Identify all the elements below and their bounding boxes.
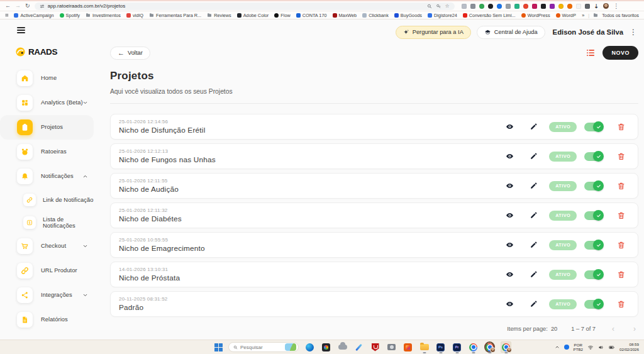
sidebar-item-integracoes[interactable]: Integrações — [0, 283, 97, 307]
ask-ai-button[interactable]: Perguntar para a IA — [396, 26, 471, 39]
sidebar-item-lista-notificacoes[interactable]: $ Lista de Notificações — [0, 211, 97, 234]
taskbar-search[interactable] — [228, 342, 299, 352]
extension-icon[interactable] — [488, 4, 493, 9]
list-view-icon[interactable] — [586, 48, 596, 58]
extension-icon[interactable] — [479, 4, 484, 9]
search-icon[interactable] — [427, 4, 432, 9]
bookmark-item[interactable]: Clickbank — [362, 13, 389, 18]
chrome-profile-icon[interactable] — [484, 341, 495, 353]
hamburger-menu-icon[interactable] — [17, 27, 25, 33]
bookmark-item[interactable]: MaxWeb — [333, 13, 357, 18]
view-button[interactable] — [497, 300, 521, 308]
sidebar-item-link-notificacao[interactable]: Link de Notificação — [0, 189, 97, 211]
edit-button[interactable] — [521, 123, 545, 131]
antivirus-icon[interactable] — [370, 341, 380, 353]
sidebar-item-home[interactable]: Home — [0, 66, 97, 91]
extension-icon[interactable] — [558, 4, 564, 9]
onedrive-icon[interactable] — [337, 341, 348, 353]
bookmark-item[interactable]: Flow — [274, 13, 290, 18]
edit-button[interactable] — [521, 211, 545, 219]
bookmark-item[interactable]: Conversão Sem Limi... — [463, 13, 516, 18]
delete-button[interactable] — [613, 123, 630, 131]
bookmark-item[interactable]: WordPress — [521, 13, 550, 18]
extension-icon[interactable] — [576, 4, 581, 9]
status-toggle[interactable] — [584, 123, 603, 131]
clock[interactable]: 08:59 02/02/2026 — [619, 342, 639, 352]
sidebar-item-notificacoes[interactable]: Notificações — [0, 164, 97, 189]
view-button[interactable] — [497, 241, 521, 249]
sidebar-item-checkout[interactable]: Checkout — [0, 234, 97, 258]
battery-icon[interactable] — [608, 345, 615, 350]
status-toggle[interactable] — [584, 182, 603, 191]
bookmark-item[interactable]: WordPress LP — [556, 13, 577, 18]
bookmark-item[interactable]: Spotify — [60, 13, 80, 18]
extension-icon[interactable] — [462, 4, 467, 9]
media-app-icon[interactable] — [402, 341, 413, 353]
photos-app-icon[interactable] — [321, 341, 331, 353]
all-favorites-label[interactable]: Todos os favoritos — [602, 13, 639, 18]
bookmark-item[interactable]: Digistore24 — [428, 13, 457, 18]
premiere-icon[interactable]: Pr — [452, 341, 462, 353]
apps-grid-icon[interactable] — [5, 13, 8, 18]
delete-button[interactable] — [613, 241, 630, 250]
browser-menu-icon[interactable]: ⋮ — [613, 3, 619, 9]
address-bar[interactable]: app.ratoeiraads.com.br/v2/projetos ☆ — [35, 3, 455, 10]
search-input[interactable] — [240, 345, 277, 350]
status-toggle[interactable] — [584, 270, 603, 279]
previous-page-icon[interactable]: ‹ — [612, 324, 614, 333]
bookmark-item[interactable]: Ferramentas Para R... — [149, 13, 201, 18]
bookmark-item[interactable]: Adobe Color — [237, 13, 269, 18]
status-toggle[interactable] — [584, 211, 603, 220]
view-button[interactable] — [497, 152, 521, 160]
next-page-icon[interactable]: › — [633, 324, 636, 333]
status-toggle[interactable] — [584, 300, 603, 309]
volume-icon[interactable] — [598, 345, 604, 350]
wifi-icon[interactable] — [587, 345, 594, 350]
sidebar-item-ratoeiras[interactable]: Ratoeiras — [0, 140, 97, 164]
photoshop-icon[interactable]: Ps — [435, 341, 446, 353]
browser-forward-icon[interactable]: → — [15, 3, 21, 9]
extension-icon[interactable] — [514, 4, 519, 9]
delete-button[interactable] — [613, 300, 630, 309]
pen-icon[interactable] — [353, 341, 364, 353]
extension-icon[interactable] — [523, 4, 528, 9]
extension-icon[interactable] — [541, 4, 546, 9]
search-highlight-image[interactable] — [285, 343, 296, 351]
status-toggle[interactable] — [584, 241, 603, 250]
back-button[interactable]: ← Voltar — [110, 47, 150, 60]
edit-button[interactable] — [521, 241, 545, 249]
extension-icon[interactable] — [567, 4, 572, 9]
chrome-profile-active-icon[interactable] — [501, 341, 511, 353]
browser-profile-avatar[interactable] — [603, 3, 609, 9]
sidebar-item-relatorios[interactable]: Relatórios — [0, 307, 97, 332]
windows-start-icon[interactable] — [214, 343, 223, 351]
extension-icon[interactable] — [470, 4, 475, 9]
bookmark-item[interactable]: Investimentos — [86, 13, 121, 18]
file-explorer-icon[interactable] — [419, 341, 430, 353]
edit-button[interactable] — [521, 270, 545, 279]
delete-button[interactable] — [613, 182, 630, 191]
camera-icon[interactable] — [386, 341, 397, 353]
bookmarks-overflow-icon[interactable]: » — [582, 13, 584, 18]
delete-button[interactable] — [613, 270, 630, 279]
extension-icon[interactable] — [506, 4, 511, 9]
site-settings-icon[interactable] — [40, 4, 45, 9]
extension-icon[interactable] — [497, 4, 502, 9]
view-button[interactable] — [497, 182, 521, 190]
extension-icon[interactable] — [585, 4, 590, 9]
browser-back-icon[interactable]: ← — [5, 3, 11, 9]
extension-icon[interactable] — [532, 4, 537, 9]
downloads-icon[interactable]: ⇣ — [594, 3, 599, 9]
tray-chevron-up-icon[interactable] — [555, 345, 560, 350]
edit-button[interactable] — [521, 152, 545, 160]
view-button[interactable] — [497, 123, 521, 131]
delete-button[interactable] — [613, 152, 630, 161]
view-button[interactable] — [497, 211, 521, 219]
edit-button[interactable] — [521, 182, 545, 190]
status-toggle[interactable] — [584, 152, 603, 161]
bookmark-item[interactable]: vidIQ — [126, 13, 143, 18]
bookmark-item[interactable]: Reviews — [207, 13, 231, 18]
bookmark-item[interactable]: CONTA 170 — [296, 13, 327, 18]
sidebar-item-analytics[interactable]: Analytics (Beta) — [0, 91, 97, 115]
new-project-button[interactable]: NOVO — [602, 46, 638, 60]
